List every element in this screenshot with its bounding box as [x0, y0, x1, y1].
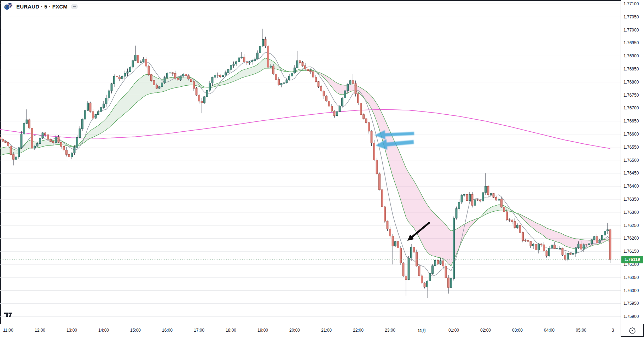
- candle-up: [289, 76, 290, 80]
- candle-up: [241, 57, 243, 58]
- candle-down: [172, 73, 174, 73]
- candle-down: [193, 82, 195, 88]
- candle-down: [381, 190, 383, 207]
- candle-down: [527, 241, 529, 241]
- candle-up: [26, 120, 28, 124]
- candle-up: [549, 248, 550, 256]
- symbol-legend[interactable]: EURAUD · 5 · FXCM: [4, 2, 78, 10]
- price-tick-label: 1.75950: [623, 301, 639, 306]
- minus-icon: [73, 6, 76, 7]
- candle-down: [493, 194, 494, 198]
- axis-settings-button[interactable]: [621, 324, 644, 337]
- candle-down: [265, 40, 266, 46]
- candle-up: [211, 77, 213, 83]
- candle-down: [448, 278, 449, 287]
- candle-up: [167, 73, 168, 78]
- candle-down: [299, 61, 301, 62]
- chart-plot-canvas[interactable]: [0, 0, 621, 324]
- price-tick-label: 1.76050: [623, 275, 639, 280]
- candle-down: [437, 261, 439, 264]
- price-tick-label: 1.76700: [623, 105, 639, 110]
- time-tick-label: 3: [612, 328, 614, 333]
- candle-up: [453, 218, 455, 279]
- candle-up: [84, 110, 86, 119]
- candle-up: [230, 65, 232, 69]
- candle-down: [63, 146, 65, 150]
- price-axis[interactable]: 1.771001.770501.770001.769501.769001.768…: [621, 0, 644, 324]
- candle-down: [379, 174, 381, 190]
- symbol-title[interactable]: EURAUD · 5 · FXCM: [16, 4, 68, 10]
- time-tick-label: 13:00: [66, 328, 77, 333]
- candle-up: [143, 59, 144, 62]
- candle-up: [23, 124, 25, 134]
- time-tick-label: 12:00: [35, 328, 45, 333]
- candle-up: [599, 240, 601, 243]
- candle-up: [572, 253, 574, 255]
- candle-down: [29, 120, 30, 128]
- candle-up: [182, 74, 184, 76]
- candle-up: [349, 81, 351, 84]
- candle-up: [344, 91, 346, 98]
- candle-up: [254, 59, 256, 61]
- price-tick-label: 1.76400: [623, 184, 639, 189]
- candle-up: [100, 108, 102, 112]
- candle-up: [34, 146, 36, 148]
- time-axis[interactable]: 11:0012:0013:0014:0015:0016:0017:0018:00…: [0, 324, 621, 337]
- time-tick-label: 05:00: [576, 328, 586, 333]
- candle-up: [135, 55, 137, 61]
- candle-up: [21, 134, 22, 148]
- candle-up: [517, 225, 518, 228]
- candle-down: [363, 115, 365, 119]
- price-tick-label: 1.76200: [623, 236, 639, 241]
- magenta-slow-ma-line: [0, 109, 610, 149]
- candle-up: [559, 248, 561, 249]
- candle-down: [217, 75, 219, 75]
- candle-down: [442, 261, 444, 266]
- candle-down: [424, 283, 425, 287]
- time-tick-label: 15:00: [130, 328, 141, 333]
- candle-up: [236, 62, 237, 64]
- time-tick-label: 23:00: [385, 328, 395, 333]
- candle-down: [421, 276, 423, 283]
- time-tick-label: 11月: [418, 328, 427, 334]
- legend-collapse-button[interactable]: [71, 4, 78, 9]
- candle-up: [280, 84, 282, 85]
- candle-up: [121, 76, 123, 79]
- time-tick-label: 04:00: [544, 328, 555, 333]
- candle-down: [151, 75, 152, 81]
- candle-up: [551, 245, 553, 248]
- candle-up: [105, 98, 107, 104]
- time-tick-label: 11:00: [3, 328, 13, 333]
- candle-down: [530, 241, 532, 246]
- candle-up: [533, 244, 534, 246]
- candle-up: [164, 78, 166, 83]
- candle-up: [132, 61, 134, 67]
- time-tick-label: 21:00: [321, 328, 332, 333]
- candle-down: [371, 131, 372, 143]
- candle-down: [471, 194, 473, 205]
- candle-down: [506, 212, 508, 220]
- candle-down: [392, 236, 394, 246]
- candle-down: [13, 155, 14, 160]
- candle-down: [511, 220, 513, 222]
- candle-down: [31, 128, 33, 148]
- candle-down: [487, 186, 489, 195]
- last-price-badge: 1.76119: [621, 256, 643, 263]
- candle-up: [95, 115, 97, 118]
- candle-down: [355, 84, 356, 94]
- candle-down: [365, 119, 367, 122]
- candle-up: [161, 83, 163, 87]
- candle-down: [201, 101, 203, 103]
- candle-up: [556, 249, 558, 249]
- candle-down: [273, 66, 274, 74]
- candle-up: [222, 75, 224, 76]
- candle-down: [156, 85, 158, 88]
- candle-up: [607, 230, 609, 231]
- candle-down: [389, 229, 391, 236]
- candle-down: [524, 240, 526, 241]
- candle-down: [352, 81, 354, 84]
- candle-up: [440, 261, 441, 264]
- candle-down: [5, 141, 6, 142]
- time-tick-label: 20:00: [289, 328, 300, 333]
- candle-up: [296, 61, 298, 68]
